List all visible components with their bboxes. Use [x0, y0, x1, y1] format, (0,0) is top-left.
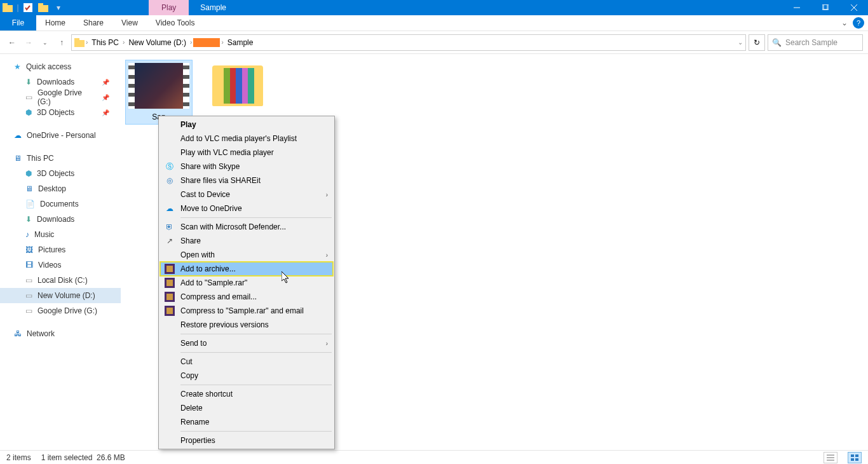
ctx-play[interactable]: Play [160, 118, 333, 132]
menu-share[interactable]: Share [74, 15, 112, 31]
download-icon: ⬇ [25, 215, 32, 224]
up-button[interactable]: ↑ [55, 36, 69, 50]
sidebar-pc-gdrive[interactable]: ▭Google Drive (G:) [0, 303, 121, 318]
ctx-create-shortcut[interactable]: Create shortcut [160, 387, 333, 401]
svg-rect-7 [74, 40, 85, 47]
ctx-add-to-archive[interactable]: Add to archive... [160, 262, 333, 276]
ctx-skype[interactable]: ⓈShare with Skype [160, 160, 333, 174]
menu-home[interactable]: Home [36, 15, 74, 31]
chevron-right-icon[interactable]: › [190, 39, 192, 46]
ctx-properties[interactable]: Properties [160, 433, 333, 447]
folder-icon[interactable] [1, 1, 15, 15]
separator: | [16, 1, 20, 15]
sidebar-pc-newvolume[interactable]: ▭New Volume (D:) [0, 288, 121, 303]
ctx-label: Send to [180, 339, 207, 348]
folder-thumbnail [212, 65, 263, 106]
sidebar-pc-3d[interactable]: ⬢3D Objects [0, 166, 121, 181]
ctx-label: Cast to Device [180, 190, 230, 199]
desktop-icon: 🖥 [25, 184, 33, 193]
view-details-button[interactable] [824, 452, 837, 463]
sidebar-item-label: Documents [40, 200, 79, 208]
breadcrumb-volume[interactable]: New Volume (D:) [126, 38, 189, 47]
ctx-open-with[interactable]: Open with› [160, 248, 333, 262]
ctx-defender[interactable]: ⛨Scan with Microsoft Defender... [160, 220, 333, 234]
recent-dropdown-icon[interactable]: ⌄ [38, 36, 52, 50]
ctx-label: Add to VLC media player's Playlist [180, 134, 297, 143]
ctx-send-to[interactable]: Send to› [160, 336, 333, 350]
chevron-right-icon[interactable]: › [86, 39, 88, 46]
menu-file[interactable]: File [0, 15, 36, 31]
sidebar-pc-pictures[interactable]: 🖼Pictures [0, 242, 121, 257]
file-item-video[interactable]: San [126, 60, 192, 124]
chevron-right-icon: › [326, 252, 328, 259]
sidebar-downloads[interactable]: ⬇Downloads📌 [0, 74, 121, 90]
sidebar-3d-objects[interactable]: ⬢3D Objects📌 [0, 105, 121, 120]
sidebar-pc-downloads[interactable]: ⬇Downloads [0, 212, 121, 227]
separator [180, 385, 332, 385]
maximize-button[interactable] [811, 0, 839, 15]
sidebar-item-label: Network [27, 329, 55, 338]
music-icon: ♪ [25, 230, 29, 239]
ribbon-expand-icon[interactable]: ⌄ [836, 15, 853, 31]
ctx-share[interactable]: ↗Share [160, 234, 333, 248]
menu-view[interactable]: View [112, 15, 147, 31]
breadcrumb-this-pc[interactable]: This PC [89, 38, 121, 47]
svg-rect-20 [855, 458, 858, 461]
folder-icon [74, 38, 85, 47]
back-button[interactable]: ← [5, 36, 19, 50]
ctx-cast[interactable]: Cast to Device› [160, 188, 333, 201]
sidebar-pc-localdisk[interactable]: ▭Local Disk (C:) [0, 273, 121, 288]
address-dropdown-icon[interactable]: ⌄ [738, 39, 743, 46]
ctx-compress-rar-email[interactable]: Compress to "Sample.rar" and email [160, 304, 333, 318]
sidebar-item-label: Downloads [37, 78, 74, 86]
file-item-folder[interactable] [205, 60, 271, 113]
forward-button[interactable]: → [22, 36, 36, 50]
address-bar[interactable]: › This PC › New Volume (D:) › › Sample ⌄ [71, 34, 746, 51]
new-folder-icon[interactable] [36, 1, 50, 15]
sidebar-pc-music[interactable]: ♪Music [0, 227, 121, 242]
skype-icon: Ⓢ [164, 161, 175, 172]
refresh-button[interactable]: ↻ [749, 34, 765, 51]
sidebar-network[interactable]: 🖧Network [0, 326, 121, 341]
sidebar-pc-documents[interactable]: 📄Documents [0, 196, 121, 212]
minimize-button[interactable] [782, 0, 811, 15]
chevron-right-icon[interactable]: › [123, 39, 125, 46]
search-input[interactable]: 🔍 Search Sample [768, 34, 863, 51]
qat-dropdown-icon[interactable]: ▾ [51, 1, 65, 15]
ctx-restore[interactable]: Restore previous versions [160, 318, 333, 332]
ctx-vlc-play[interactable]: Play with VLC media player [160, 146, 333, 160]
search-placeholder: Search Sample [785, 38, 837, 47]
ctx-compress-email[interactable]: Compress and email... [160, 290, 333, 304]
breadcrumb-leaf[interactable]: Sample [225, 38, 256, 47]
sidebar-pc-videos[interactable]: 🎞Videos [0, 257, 121, 273]
ctx-onedrive[interactable]: ☁Move to OneDrive [160, 201, 333, 215]
winrar-icon [164, 277, 175, 289]
sidebar-this-pc[interactable]: 🖥This PC [0, 151, 121, 166]
sidebar-onedrive[interactable]: ☁OneDrive - Personal [0, 128, 121, 143]
search-icon: 🔍 [772, 38, 782, 47]
ctx-delete[interactable]: Delete [160, 401, 333, 415]
menu-video-tools[interactable]: Video Tools [147, 15, 204, 31]
close-button[interactable] [839, 0, 868, 15]
ctx-shareit[interactable]: ◎Share files via SHAREit [160, 174, 333, 188]
sidebar-item-label: Pictures [38, 245, 65, 254]
ctx-add-to-sample-rar[interactable]: Add to "Sample.rar" [160, 276, 333, 290]
svg-rect-12 [166, 280, 173, 286]
sidebar-item-label: Videos [38, 261, 61, 270]
ctx-copy[interactable]: Copy [160, 369, 333, 383]
sidebar-gdrive[interactable]: ▭Google Drive (G:)📌 [0, 90, 121, 105]
winrar-icon [164, 263, 175, 275]
drive-icon: ▭ [25, 306, 32, 315]
ctx-cut[interactable]: Cut [160, 355, 333, 369]
breadcrumb-redacted[interactable] [193, 38, 220, 47]
chevron-right-icon[interactable]: › [221, 39, 223, 46]
ctx-rename[interactable]: Rename [160, 415, 333, 429]
ctx-vlc-playlist[interactable]: Add to VLC media player's Playlist [160, 132, 333, 146]
view-large-icons-button[interactable] [848, 452, 862, 463]
status-bar: 2 items 1 item selected 26.6 MB [0, 450, 868, 464]
help-icon[interactable]: ? [853, 17, 864, 29]
sidebar-pc-desktop[interactable]: 🖥Desktop [0, 181, 121, 196]
ribbon-tab-play[interactable]: Play [149, 0, 189, 15]
properties-icon[interactable] [21, 1, 35, 15]
sidebar-quick-access[interactable]: ★Quick access [0, 59, 121, 74]
